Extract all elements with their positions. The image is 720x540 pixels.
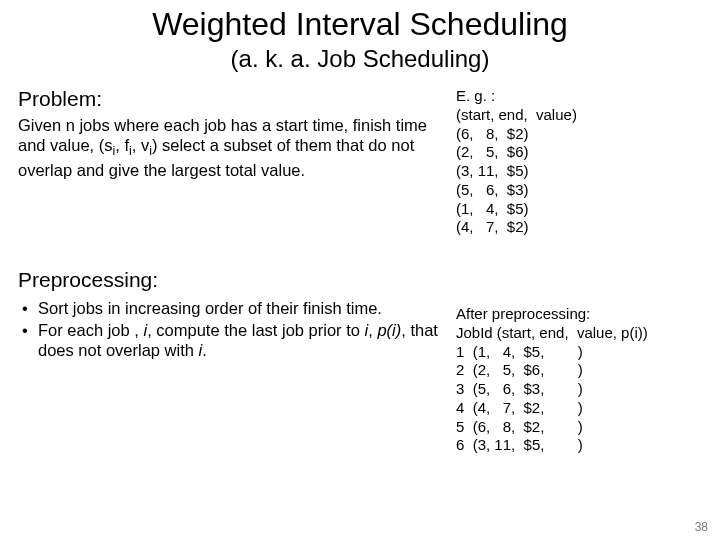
example-block: E. g. : (start, end, value) (6, 8, $2) (… — [456, 87, 702, 237]
problem-text-part: , v — [132, 136, 149, 154]
left-column: Problem: Given n jobs where each job has… — [18, 87, 448, 455]
after-row: 2 (2, 5, $6, ) — [456, 361, 702, 380]
example-heading: E. g. : — [456, 87, 702, 106]
after-row: 3 (5, 6, $3, ) — [456, 380, 702, 399]
problem-heading: Problem: — [18, 87, 438, 111]
problem-text: Given n jobs where each job has a start … — [18, 115, 438, 180]
example-row: (4, 7, $2) — [456, 218, 702, 237]
example-row: (6, 8, $2) — [456, 125, 702, 144]
content-area: Problem: Given n jobs where each job has… — [0, 87, 720, 455]
slide-title: Weighted Interval Scheduling — [0, 0, 720, 43]
example-row: (3, 11, $5) — [456, 162, 702, 181]
example-row: (1, 4, $5) — [456, 200, 702, 219]
after-heading: After preprocessing: — [456, 305, 702, 324]
after-row: 6 (3, 11, $5, ) — [456, 436, 702, 455]
after-block: After preprocessing: JobId (start, end, … — [456, 305, 702, 455]
after-header-row: JobId (start, end, value, p(i)) — [456, 324, 702, 343]
right-column: E. g. : (start, end, value) (6, 8, $2) (… — [448, 87, 702, 455]
example-row: (5, 6, $3) — [456, 181, 702, 200]
after-row: 1 (1, 4, $5, ) — [456, 343, 702, 362]
preprocessing-section: Preprocessing: Sort jobs in increasing o… — [18, 268, 438, 360]
list-item: Sort jobs in increasing order of their f… — [18, 298, 438, 318]
slide-subtitle: (a. k. a. Job Scheduling) — [0, 45, 720, 73]
example-row: (2, 5, $6) — [456, 143, 702, 162]
list-item: For each job , i, compute the last job p… — [18, 320, 438, 360]
after-row: 5 (6, 8, $2, ) — [456, 418, 702, 437]
page-number: 38 — [695, 520, 708, 534]
after-row: 4 (4, 7, $2, ) — [456, 399, 702, 418]
preprocessing-list: Sort jobs in increasing order of their f… — [18, 298, 438, 360]
preprocessing-heading: Preprocessing: — [18, 268, 438, 292]
problem-text-part: , f — [115, 136, 129, 154]
example-header-row: (start, end, value) — [456, 106, 702, 125]
